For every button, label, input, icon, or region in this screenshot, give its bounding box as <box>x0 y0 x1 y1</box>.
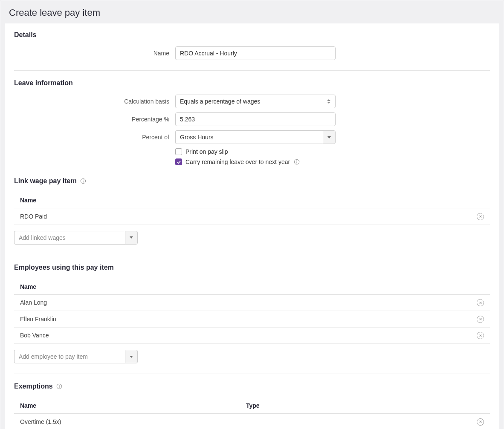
name-label: Name <box>14 50 175 57</box>
chevron-down-icon <box>327 136 331 138</box>
name-input[interactable] <box>175 46 336 60</box>
exemptions-table-header: Name Type <box>14 398 490 414</box>
remove-row-button[interactable] <box>477 299 484 306</box>
add-employee-input[interactable]: Add employee to pay item <box>14 350 125 363</box>
percent-of-value: Gross Hours <box>175 130 323 144</box>
employee-row-name: Ellen Franklin <box>20 316 472 322</box>
percentage-row: Percentage % <box>14 112 490 126</box>
carry-over-row: Carry remaining leave over to next year <box>175 158 490 165</box>
carry-over-checkbox[interactable] <box>175 158 182 165</box>
link-wage-col-name: Name <box>20 197 472 204</box>
employee-row-name: Bob Vance <box>20 332 472 339</box>
exemptions-col-name: Name <box>20 402 246 409</box>
link-wage-heading-text: Link wage pay item <box>14 177 77 185</box>
svg-rect-5 <box>83 181 84 182</box>
calc-basis-select[interactable]: Equals a percentage of wages <box>175 95 336 108</box>
link-wage-row: RDO Paid <box>14 208 490 225</box>
calc-basis-label: Calculation basis <box>14 98 175 105</box>
employees-col-name: Name <box>20 283 472 290</box>
percent-of-dropdown-button[interactable] <box>323 130 336 144</box>
print-on-payslip-label: Print on pay slip <box>185 148 228 155</box>
add-employee-combo[interactable]: Add employee to pay item <box>14 350 138 363</box>
add-linked-wages-dropdown-button[interactable] <box>125 231 138 245</box>
svg-rect-8 <box>59 386 60 388</box>
add-employee-dropdown-button[interactable] <box>125 350 138 363</box>
percentage-input[interactable] <box>175 112 336 126</box>
window-title: Create leave pay item <box>1 1 503 23</box>
exemptions-heading-text: Exemptions <box>14 383 53 390</box>
svg-point-1 <box>296 161 297 161</box>
add-linked-wages-combo[interactable]: Add linked wages <box>14 231 138 245</box>
svg-rect-2 <box>296 161 297 163</box>
add-linked-wages-input[interactable]: Add linked wages <box>14 231 125 245</box>
link-wage-row-name: RDO Paid <box>20 213 472 220</box>
link-wage-heading: Link wage pay item <box>14 177 490 185</box>
remove-row-button[interactable] <box>477 332 484 339</box>
carry-over-label: Carry remaining leave over to next year <box>185 158 290 165</box>
exemption-row: Overtime (1.5x) <box>14 414 490 429</box>
chevron-down-icon <box>130 236 133 239</box>
print-on-payslip-checkbox[interactable] <box>175 148 182 155</box>
employee-row: Ellen Franklin <box>14 311 490 328</box>
details-heading: Details <box>14 31 490 39</box>
employee-row-name: Alan Long <box>20 299 472 306</box>
exemptions-col-type: Type <box>246 402 472 409</box>
remove-row-button[interactable] <box>477 316 484 323</box>
svg-point-7 <box>59 385 60 386</box>
info-icon[interactable] <box>80 178 87 184</box>
employee-row: Alan Long <box>14 295 490 311</box>
employees-table-header: Name <box>14 279 490 295</box>
employee-row: Bob Vance <box>14 328 490 344</box>
create-leave-pay-item-window: Create leave pay item Details Name Leave… <box>1 1 503 429</box>
calc-basis-value: Equals a percentage of wages <box>175 95 336 108</box>
name-row: Name <box>14 46 490 60</box>
chevron-down-icon <box>130 356 133 358</box>
leave-info-heading: Leave information <box>14 79 490 87</box>
percent-of-row: Percent of Gross Hours <box>14 130 490 144</box>
info-icon[interactable] <box>293 159 300 165</box>
link-wage-table-header: Name <box>14 193 490 208</box>
info-icon[interactable] <box>56 383 63 390</box>
percentage-label: Percentage % <box>14 116 175 123</box>
print-on-payslip-row: Print on pay slip <box>175 148 490 155</box>
calc-basis-row: Calculation basis Equals a percentage of… <box>14 95 490 108</box>
percent-of-combo[interactable]: Gross Hours <box>175 130 336 144</box>
percent-of-label: Percent of <box>14 134 175 141</box>
exemptions-heading: Exemptions <box>14 383 490 390</box>
main-panel: Details Name Leave information Calculati… <box>5 23 499 429</box>
exemption-row-name: Overtime (1.5x) <box>20 418 246 425</box>
remove-row-button[interactable] <box>477 213 484 220</box>
remove-row-button[interactable] <box>477 418 484 426</box>
svg-point-4 <box>83 180 84 181</box>
employees-heading: Employees using this pay item <box>14 264 490 271</box>
